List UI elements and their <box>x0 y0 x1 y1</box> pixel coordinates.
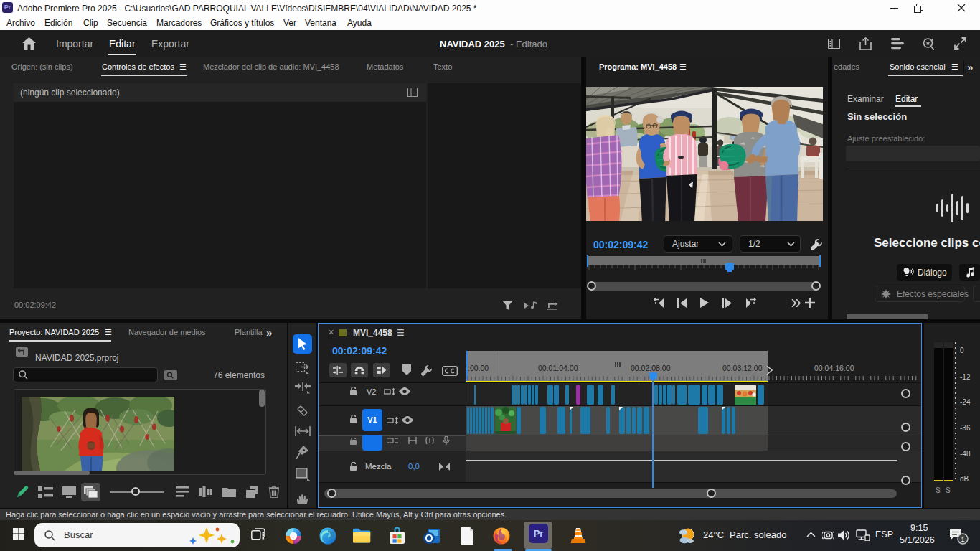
svg-text:1: 1 <box>961 535 964 543</box>
